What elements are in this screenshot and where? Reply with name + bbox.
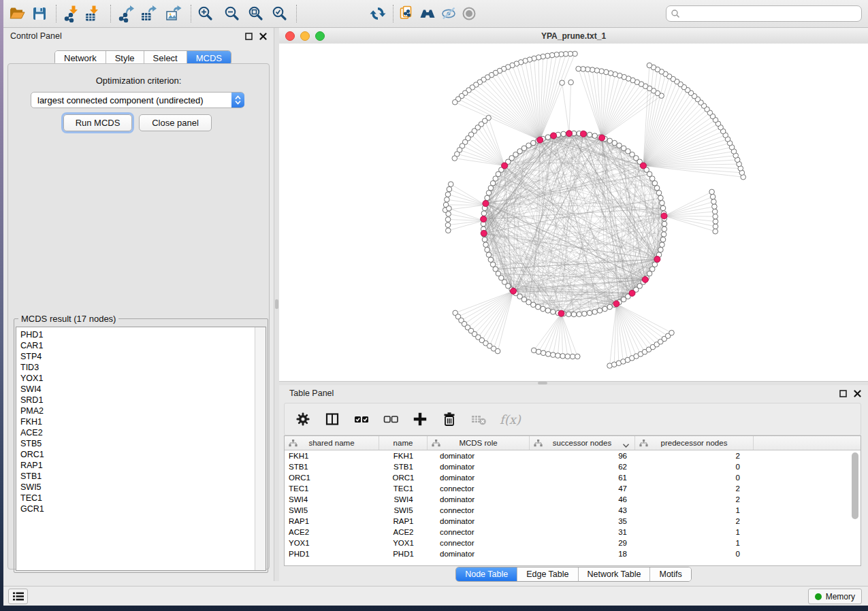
column-header-name[interactable]: name (379, 436, 428, 450)
export-image-icon[interactable] (165, 5, 182, 22)
table-settings-icon[interactable] (295, 411, 311, 427)
mcds-result-item[interactable]: SRD1 (20, 395, 266, 406)
show-panels-button[interactable] (8, 589, 28, 604)
mcds-result-item[interactable]: FKH1 (20, 416, 266, 427)
table-cell: 2 (635, 452, 754, 460)
open-session-icon[interactable] (8, 5, 26, 22)
zoom-out-icon[interactable] (223, 5, 241, 22)
mcds-result-item[interactable]: YOX1 (20, 373, 266, 384)
float-panel-icon[interactable] (839, 390, 847, 397)
mcds-result-item[interactable]: CAR1 (20, 340, 266, 351)
delete-column-icon[interactable] (441, 411, 457, 427)
table-row[interactable]: TEC1TEC1connector472 (285, 483, 861, 494)
column-header-MCDS-role[interactable]: MCDS role (428, 436, 530, 450)
mcds-result-item[interactable]: TEC1 (20, 493, 266, 503)
network-graph[interactable] (279, 44, 868, 381)
mcds-result-item[interactable]: STB1 (20, 471, 266, 482)
add-column-icon[interactable] (412, 411, 428, 427)
memory-button[interactable]: Memory (808, 589, 862, 604)
mcds-result-item[interactable]: PHD1 (20, 329, 266, 340)
search-input[interactable] (680, 7, 861, 20)
mcds-result-item[interactable]: PMA2 (20, 406, 266, 416)
table-scrollbar[interactable] (852, 452, 858, 519)
table-row[interactable]: SWI5SWI5connector431 (285, 505, 861, 516)
tab-network-table[interactable]: Network Table (579, 567, 651, 581)
tab-edge-table[interactable]: Edge Table (517, 567, 578, 581)
tab-mcds[interactable]: MCDS (187, 51, 231, 65)
table-cell: RAP1 (379, 517, 428, 525)
new-network-from-selection-icon[interactable] (398, 5, 416, 22)
table-row[interactable]: STB1STB1dominator620 (285, 461, 861, 472)
table-row[interactable]: PHD1PHD1dominator180 (285, 548, 861, 559)
zoom-selected-icon[interactable] (271, 5, 289, 22)
mcds-result-item[interactable]: STP4 (20, 351, 266, 362)
mcds-result-list[interactable]: PHD1CAR1STP4TID3YOX1SWI4SRD1PMA2FKH1ACE2… (16, 327, 266, 571)
network-window-titlebar[interactable]: YPA_prune.txt_1 (279, 28, 868, 44)
table-row[interactable]: ORC1ORC1dominator610 (285, 472, 861, 483)
deselect-all-icon[interactable] (383, 411, 399, 427)
close-panel-button[interactable]: Close panel (139, 114, 212, 131)
import-table-icon[interactable] (83, 5, 101, 22)
column-type-icon (639, 440, 648, 448)
close-window-icon[interactable] (285, 31, 295, 41)
table-cell: SWI4 (285, 495, 379, 503)
splitter-handle[interactable] (275, 299, 278, 309)
mcds-result-item[interactable]: TID3 (20, 362, 266, 373)
mcds-result-item[interactable]: ACE2 (20, 427, 266, 438)
select-all-icon[interactable] (353, 411, 370, 427)
zoom-in-icon[interactable] (197, 5, 214, 22)
table-cell: 0 (635, 550, 754, 558)
mcds-result-item[interactable]: SWI5 (20, 482, 266, 493)
network-canvas[interactable] (279, 44, 868, 381)
mcds-list-scrollbar[interactable] (255, 327, 266, 570)
column-header-filler (754, 436, 861, 450)
column-header-successor-nodes[interactable]: successor nodes (530, 436, 635, 450)
run-mcds-button[interactable]: Run MCDS (63, 114, 132, 131)
mcds-result-item[interactable]: SWI4 (20, 384, 266, 395)
close-panel-icon[interactable] (259, 33, 267, 40)
import-network-icon[interactable] (63, 5, 80, 22)
column-header-shared-name[interactable]: shared name (285, 436, 379, 450)
tab-motifs[interactable]: Motifs (650, 567, 690, 581)
delete-table-icon[interactable] (470, 411, 487, 427)
export-network-icon[interactable] (117, 5, 135, 22)
show-all-icon[interactable] (460, 5, 478, 22)
float-panel-icon[interactable] (245, 33, 253, 40)
first-neighbors-icon[interactable] (419, 5, 436, 22)
table-row[interactable]: ACE2ACE2connector311 (285, 527, 861, 538)
table-row[interactable]: YOX1YOX1connector291 (285, 538, 861, 548)
mcds-result-item[interactable]: GCR1 (20, 503, 266, 514)
export-table-icon[interactable] (140, 5, 157, 22)
table-cell: 2 (635, 484, 754, 493)
column-label: successor nodes (553, 439, 611, 447)
tab-select[interactable]: Select (144, 51, 187, 65)
table-row[interactable]: RAP1RAP1dominator352 (285, 516, 861, 527)
table-cell: 2 (635, 495, 754, 503)
mcds-tab-content: Optimization criterion: largest connecte… (7, 63, 270, 569)
splitter-handle[interactable] (538, 382, 547, 384)
tab-network[interactable]: Network (55, 51, 106, 65)
apply-layout-icon[interactable] (369, 5, 387, 22)
save-session-icon[interactable] (31, 5, 48, 22)
table-row[interactable]: SWI4SWI4dominator462 (285, 494, 861, 505)
network-window-title: YPA_prune.txt_1 (279, 31, 868, 41)
table-row[interactable]: FKH1FKH1dominator962 (285, 450, 861, 461)
function-builder-icon[interactable]: f(x) (500, 412, 521, 427)
hide-selected-icon[interactable] (440, 5, 457, 22)
maximize-window-icon[interactable] (315, 31, 325, 41)
criterion-dropdown[interactable]: largest connected component (undirected) (31, 92, 244, 108)
column-label: MCDS role (459, 439, 497, 447)
table-cell: 61 (530, 474, 635, 482)
tab-node-table[interactable]: Node Table (456, 567, 517, 581)
search-field[interactable] (666, 5, 862, 22)
column-header-predecessor-nodes[interactable]: predecessor nodes (635, 436, 754, 450)
zoom-fit-icon[interactable] (247, 5, 265, 22)
mcds-result-item[interactable]: STB5 (20, 438, 266, 449)
close-panel-icon[interactable] (854, 390, 861, 397)
column-browser-icon[interactable] (324, 411, 340, 427)
minimize-window-icon[interactable] (300, 31, 310, 41)
mcds-result-item[interactable]: ORC1 (20, 449, 266, 460)
table-cell: TEC1 (285, 484, 379, 493)
tab-style[interactable]: Style (106, 51, 144, 65)
mcds-result-item[interactable]: RAP1 (20, 460, 266, 471)
